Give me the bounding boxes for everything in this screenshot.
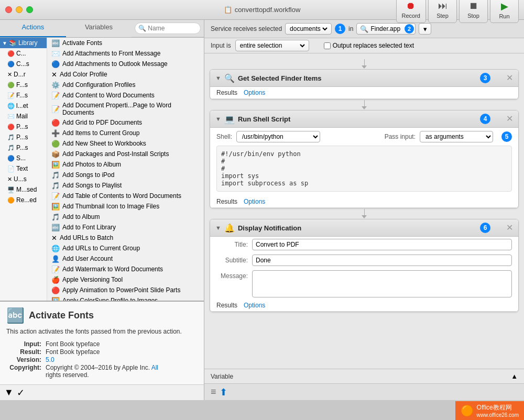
lib-item-m[interactable]: 🖥️ M...sed xyxy=(0,184,47,195)
action-add-urls-batch[interactable]: ✕ Add URLs to Batch xyxy=(47,233,204,243)
close-button[interactable] xyxy=(5,6,12,13)
connector-3 xyxy=(210,208,519,219)
info-row-input: Input: Font Book typeface xyxy=(6,340,198,348)
action-add-user[interactable]: 👤 Add User Account xyxy=(47,253,204,264)
check-button[interactable]: ✓ xyxy=(17,387,25,399)
input-is-dropdown[interactable]: entire selection each item separately xyxy=(235,40,309,51)
maximize-button[interactable] xyxy=(26,6,33,13)
action-add-thumbnail[interactable]: 🖼️ Add Thumbnail Icon to Image Files xyxy=(47,201,204,212)
service-documents-select[interactable]: documents text images xyxy=(288,25,329,33)
card1-icon: 🔍 xyxy=(224,73,235,83)
notif-message-input[interactable] xyxy=(252,270,512,297)
pass-input-select[interactable]: as arguments to stdin xyxy=(420,131,493,142)
card3-tab-options[interactable]: Options xyxy=(244,302,265,309)
lib-item-s[interactable]: 🔵 S... xyxy=(0,153,47,163)
app-icon9: 🎵 xyxy=(7,134,15,141)
action-apple-versioning[interactable]: 🍎 Apple Versioning Tool xyxy=(47,274,204,285)
action-add-songs-ipod[interactable]: 🎵 Add Songs to iPod xyxy=(47,170,204,180)
action-add-grid-pdf[interactable]: 🔴 Add Grid to PDF Documents xyxy=(47,117,204,128)
lib-item-p3[interactable]: 🎵 P...s xyxy=(0,142,47,153)
lib-item-c1[interactable]: 🔴 C... xyxy=(0,48,47,59)
step-icon: ⏭ xyxy=(438,1,447,12)
action-add-toc[interactable]: 📝 Add Table of Contents to Word Document… xyxy=(47,191,204,201)
action-apply-animation[interactable]: 🔴 Apply Animation to PowerPoint Slide Pa… xyxy=(47,285,204,295)
card1-tab-results[interactable]: Results xyxy=(216,89,237,96)
card3-tab-results[interactable]: Results xyxy=(216,302,237,309)
minimize-button[interactable] xyxy=(16,6,23,13)
action-apply-colorsync[interactable]: 🖼️ Apply ColorSync Profile to Images xyxy=(47,295,204,301)
lib-item-p2[interactable]: 🎵 P...s xyxy=(0,132,47,142)
run-icon: ▶ xyxy=(501,1,508,12)
action-icon-packages: 📦 xyxy=(51,150,60,158)
action-add-watermark[interactable]: 📝 Add Watermark to Word Documents xyxy=(47,264,204,274)
lib-item-f1[interactable]: 🟢 F...s xyxy=(0,80,47,90)
service-app-dropdown[interactable]: 🔍 Finder.app 2 xyxy=(356,23,416,35)
variable-bar[interactable]: Variable ▲ xyxy=(204,369,524,383)
card3-close[interactable]: ✕ xyxy=(506,224,513,232)
action-icon-animation: 🔴 xyxy=(51,286,60,294)
card2-close[interactable]: ✕ xyxy=(506,115,513,123)
lib-item-d[interactable]: ✕ D...r xyxy=(0,69,47,80)
card1-tab-options[interactable]: Options xyxy=(244,89,265,96)
tab-variables[interactable]: Variables xyxy=(66,20,132,37)
bottom-info-title: Activate Fonts xyxy=(29,310,94,321)
share-button[interactable]: ⬆ xyxy=(220,386,227,398)
action-add-photos[interactable]: 🖼️ Add Photos to Album xyxy=(47,159,204,170)
shell-select[interactable]: /usr/bin/python /bin/bash /bin/sh xyxy=(236,131,320,142)
card1-expand[interactable]: ▼ xyxy=(215,75,221,81)
action-add-color-profile[interactable]: ✕ Add Color Profile xyxy=(47,69,204,80)
output-replaces-checkbox[interactable] xyxy=(324,42,331,49)
action-add-packages[interactable]: 📦 Add Packages and Post-Install Scripts xyxy=(47,149,204,159)
action-add-urls-group[interactable]: 🌐 Add URLs to Current Group xyxy=(47,243,204,253)
action-add-to-album[interactable]: 🎵 Add to Album xyxy=(47,212,204,222)
action-add-attachments-front[interactable]: ✉️ Add Attachments to Front Message xyxy=(47,48,204,59)
card-notif-header: ▼ 🔔 Display Notification 6 ✕ xyxy=(210,219,518,237)
service-documents-dropdown[interactable]: documents text images xyxy=(285,23,332,35)
action-add-config[interactable]: ⚙️ Add Configuration Profiles xyxy=(47,80,204,90)
notif-subtitle-input[interactable] xyxy=(252,255,512,266)
lib-item-let[interactable]: 🌐 l...et xyxy=(0,101,47,111)
lib-item-text[interactable]: 📄 Text xyxy=(0,163,47,174)
action-icon-outlook: 🔵 xyxy=(51,60,60,68)
input-is-select[interactable]: entire selection each item separately xyxy=(238,41,307,50)
tab-actions[interactable]: Actions xyxy=(0,20,66,37)
action-icon-ipod: 🎵 xyxy=(51,171,60,179)
action-add-attachments-outlook[interactable]: 🔵 Add Attachments to Outlook Message xyxy=(47,59,204,69)
action-add-doc-prop[interactable]: 📝 Add Document Properti...Page to Word D… xyxy=(47,101,204,117)
lib-item-p1[interactable]: 🔴 P...s xyxy=(0,121,47,132)
lib-item-c2[interactable]: 🔵 C...s xyxy=(0,59,47,69)
record-button[interactable]: ⏺ Record xyxy=(396,0,426,23)
notif-title-input[interactable] xyxy=(252,239,512,250)
workflow-spacer xyxy=(210,312,519,363)
card2-expand[interactable]: ▼ xyxy=(215,116,221,122)
lib-item-library[interactable]: ▼ 📚 Library xyxy=(0,38,47,48)
lib-item-u[interactable]: ✕ U...s xyxy=(0,174,47,184)
app-dropdown-arrow[interactable]: ▾ xyxy=(419,23,431,35)
card2-tab-options[interactable]: Options xyxy=(244,198,265,205)
lib-item-mail[interactable]: ✉️ Mail xyxy=(0,111,47,121)
card2-tab-results[interactable]: Results xyxy=(216,198,237,205)
variable-expand-icon: ▲ xyxy=(511,372,518,380)
run-button[interactable]: ▶ Run xyxy=(490,0,519,23)
stop-button[interactable]: ⏹ Stop xyxy=(459,0,488,23)
list-view-button[interactable]: ≡ xyxy=(211,386,216,398)
step-button[interactable]: ⏭ Step xyxy=(428,0,457,23)
action-add-to-font-lib[interactable]: 🔤 Add to Font Library xyxy=(47,222,204,233)
action-add-content-word[interactable]: 📝 Add Content to Word Documents xyxy=(47,90,204,101)
lib-item-f2[interactable]: 📝 F...s xyxy=(0,90,47,101)
output-replaces-label[interactable]: Output replaces selected text xyxy=(324,42,414,49)
action-icon-fontlib: 🔤 xyxy=(51,224,60,231)
action-add-songs-playlist[interactable]: 🎵 Add Songs to Playlist xyxy=(47,180,204,191)
record-icon: ⏺ xyxy=(406,1,416,12)
action-add-sheet[interactable]: 🟢 Add New Sheet to Workbooks xyxy=(47,138,204,149)
card3-expand[interactable]: ▼ xyxy=(215,225,221,231)
workflow-area: ▼ 🔍 Get Selected Finder Items 3 ✕ Result… xyxy=(204,53,524,369)
card-get-finder-items: ▼ 🔍 Get Selected Finder Items 3 ✕ Result… xyxy=(210,69,519,100)
action-add-items[interactable]: ➕ Add Items to Current Group xyxy=(47,128,204,138)
action-activate-fonts[interactable]: 🔤 Activate Fonts xyxy=(47,38,204,48)
code-area[interactable]: #!/usr/bin/env python # # import sys imp… xyxy=(216,146,512,192)
card1-close[interactable]: ✕ xyxy=(506,74,513,82)
add-action-button[interactable]: ▼ xyxy=(4,387,14,399)
lib-item-re[interactable]: 🟠 Re...ed xyxy=(0,195,47,205)
output-replaces-checkbox-container: Output replaces selected text xyxy=(324,42,414,49)
